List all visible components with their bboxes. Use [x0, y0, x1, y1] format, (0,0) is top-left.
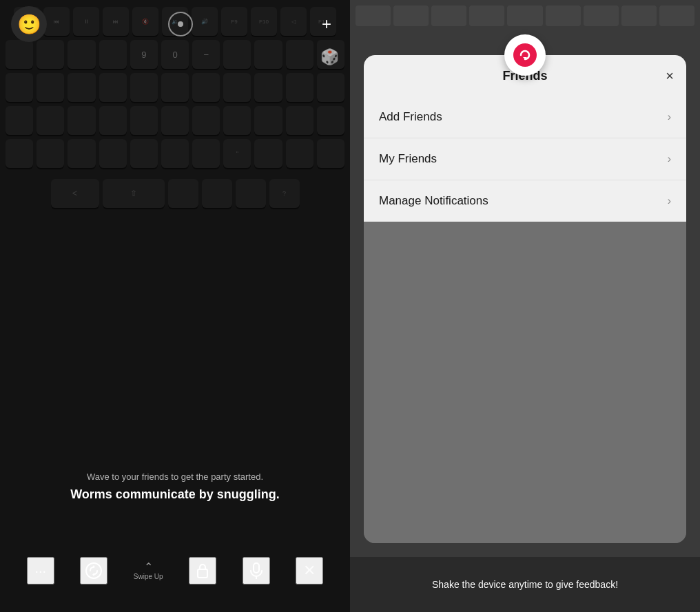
swipe-up-label: Swipe Up	[134, 573, 163, 580]
my-friends-chevron-icon: ›	[668, 153, 671, 165]
more-options-button[interactable]: ···	[27, 557, 54, 584]
manage-notifications-label: Manage Notifications	[379, 194, 488, 208]
app-logo-icon	[513, 43, 537, 67]
my-friends-item[interactable]: My Friends ›	[364, 138, 686, 180]
left-panel: ⇥ ⏮ ⏸ ⏭ 🔇 🔉 🔊 F9 F10 ◁ F11 9 0 −	[0, 0, 350, 612]
fun-fact: Worms communicate by snuggling.	[0, 487, 350, 502]
wave-text: Wave to your friends to get the party st…	[0, 472, 350, 482]
svg-rect-4	[254, 563, 259, 573]
modal-gray-area	[364, 222, 686, 543]
swipe-arrow-icon: ⌃	[144, 562, 153, 573]
avatar-button[interactable]: 🙂	[11, 6, 47, 42]
friends-modal: Friends × Add Friends › My Friends › Man…	[364, 55, 686, 543]
feedback-text: Shake the device anytime to give feedbac…	[432, 579, 618, 590]
manage-notifications-chevron-icon: ›	[668, 195, 671, 207]
lock-button[interactable]	[189, 557, 216, 584]
svg-marker-1	[92, 565, 95, 567]
add-friends-item[interactable]: Add Friends ›	[364, 96, 686, 138]
camera-indicator	[168, 12, 193, 36]
manage-notifications-item[interactable]: Manage Notifications ›	[364, 180, 686, 222]
dice-icon[interactable]: 🎲	[320, 48, 339, 66]
feedback-bar: Shake the device anytime to give feedbac…	[350, 557, 700, 612]
camera-dot	[178, 21, 183, 27]
effects-button[interactable]	[80, 557, 107, 584]
close-button[interactable]: ✕	[296, 557, 323, 584]
svg-rect-3	[198, 569, 207, 578]
my-friends-label: My Friends	[379, 152, 437, 166]
microphone-button[interactable]	[243, 557, 270, 584]
smiley-icon: 🙂	[17, 13, 41, 36]
add-friends-label: Add Friends	[379, 110, 442, 124]
svg-point-6	[513, 43, 537, 67]
right-panel: Friends × Add Friends › My Friends › Man…	[350, 0, 700, 612]
left-top-bar: 🙂 +	[0, 0, 350, 48]
bottom-text-area: Wave to your friends to get the party st…	[0, 472, 350, 502]
plus-button[interactable]: +	[314, 12, 339, 36]
svg-marker-2	[92, 574, 95, 576]
swipe-up-area: ⌃ Swipe Up	[134, 562, 163, 580]
add-friends-chevron-icon: ›	[668, 111, 671, 123]
left-bottom-bar: ··· ⌃ Swipe Up	[0, 543, 350, 612]
modal-close-button[interactable]: ×	[666, 68, 674, 84]
dark-overlay	[0, 0, 350, 612]
modal-avatar	[504, 34, 546, 76]
modal-body: Add Friends › My Friends › Manage Notifi…	[364, 96, 686, 222]
